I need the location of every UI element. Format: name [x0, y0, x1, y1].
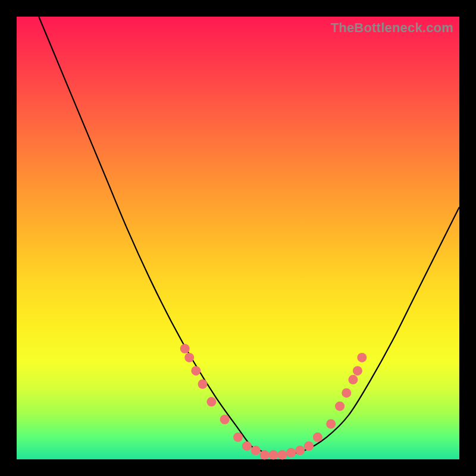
- curve-marker: [220, 415, 230, 424]
- curve-marker: [313, 433, 322, 442]
- curve-marker: [277, 450, 287, 460]
- curve-marker: [342, 388, 351, 397]
- curve-marker: [251, 446, 261, 455]
- curve-marker: [233, 433, 243, 442]
- curve-marker: [260, 450, 270, 460]
- curve-marker: [304, 441, 314, 451]
- curve-marker: [335, 402, 345, 411]
- curve-marker: [206, 397, 216, 406]
- curve-marker: [180, 344, 190, 353]
- curve-marker: [191, 366, 201, 375]
- bottleneck-curve-path: [39, 17, 459, 456]
- curve-marker: [353, 366, 362, 375]
- bottleneck-curve-svg: [17, 17, 459, 459]
- curve-marker: [242, 441, 252, 451]
- curve-marker-group: [180, 344, 367, 460]
- curve-marker: [348, 375, 358, 384]
- chart-plot-area: TheBottleneck.com: [17, 17, 459, 459]
- curve-marker: [295, 446, 305, 455]
- curve-marker: [198, 380, 208, 389]
- curve-marker: [269, 450, 278, 460]
- curve-marker: [357, 353, 367, 362]
- curve-marker: [286, 448, 296, 458]
- curve-marker: [184, 353, 194, 362]
- curve-marker: [326, 419, 336, 429]
